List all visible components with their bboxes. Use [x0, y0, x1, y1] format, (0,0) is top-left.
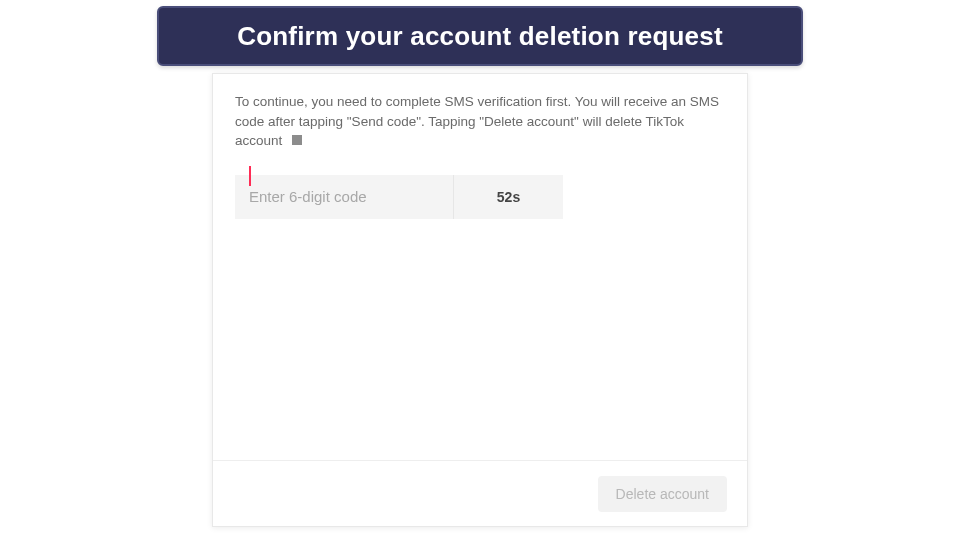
page-banner: Confirm your account deletion request [157, 6, 803, 66]
card-footer: Delete account [213, 460, 747, 526]
redacted-block-icon [292, 135, 302, 145]
input-caret-icon [249, 166, 251, 186]
resend-countdown: 52s [454, 175, 563, 219]
card-body: To continue, you need to complete SMS ve… [213, 74, 747, 460]
delete-account-button[interactable]: Delete account [598, 476, 727, 512]
sms-code-input[interactable] [235, 175, 454, 219]
verification-card: To continue, you need to complete SMS ve… [212, 73, 748, 527]
instruction-content: To continue, you need to complete SMS ve… [235, 94, 719, 148]
instruction-text: To continue, you need to complete SMS ve… [235, 92, 725, 151]
code-entry-row: 52s [235, 175, 563, 219]
banner-title: Confirm your account deletion request [237, 21, 723, 52]
